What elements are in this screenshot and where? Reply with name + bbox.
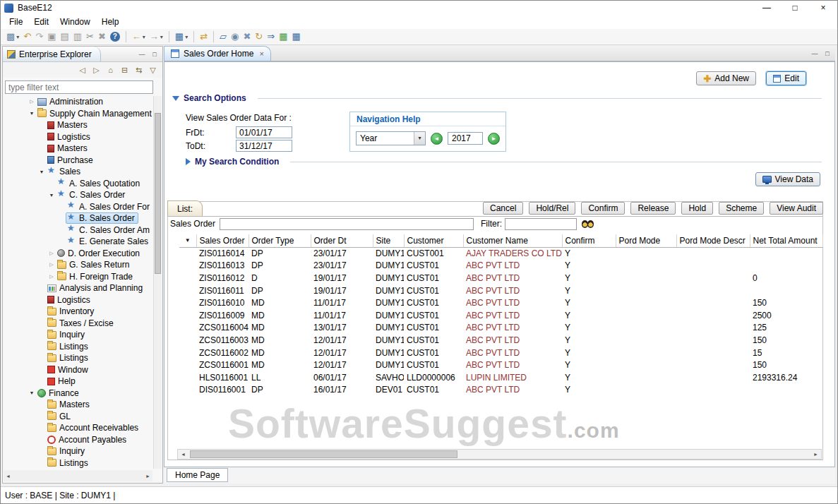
tree-item-sales[interactable]: ▼Sales — [4, 166, 152, 178]
copy-icon[interactable]: ▤ — [58, 30, 71, 44]
tree-item-account-payables[interactable]: Account Payables — [4, 434, 152, 446]
view-audit-button[interactable]: View Audit — [770, 202, 823, 215]
tree-item-c-sales-order-am[interactable]: C. Sales Order Am — [4, 224, 152, 236]
dropdown-caret-icon[interactable]: ▾ — [185, 34, 188, 40]
collapse-arrow-icon[interactable]: ▼ — [28, 111, 36, 116]
home-icon[interactable]: ⌂ — [105, 66, 116, 74]
lock-icon[interactable]: ◉ — [229, 30, 241, 44]
column-header-sales-order[interactable]: Sales Order — [196, 234, 249, 247]
from-date-input[interactable] — [236, 126, 292, 138]
column-header-site[interactable]: Site — [373, 234, 404, 247]
scroll-right-icon[interactable]: ► — [810, 452, 821, 457]
tree-item-finance[interactable]: ▼Finance — [4, 388, 152, 400]
view-maximize-icon[interactable]: □ — [150, 51, 160, 58]
row-selector-cell[interactable] — [179, 359, 196, 371]
close-button[interactable]: × — [809, 1, 837, 15]
view-minimize-icon[interactable]: — — [137, 51, 147, 58]
filter-input[interactable] — [505, 218, 577, 230]
menu-file[interactable]: File — [4, 16, 28, 28]
row-selector-cell[interactable] — [179, 309, 196, 322]
row-selector-cell[interactable] — [179, 347, 196, 359]
row-selector-cell[interactable] — [179, 322, 196, 335]
collapse-arrow-icon[interactable]: ▼ — [37, 169, 46, 174]
tree-item-purchase[interactable]: Purchase — [4, 155, 152, 167]
add-new-button[interactable]: ✚ Add New — [696, 71, 756, 85]
table-row[interactable]: ZIS0116010MD11/01/17DUMY1CUST01ABC PVT L… — [179, 296, 822, 309]
table-row[interactable]: ZCS0116003MD12/01/17DUMY1CUST01ABC PVT L… — [179, 334, 822, 347]
tab-list[interactable]: List: — [167, 200, 203, 216]
forward-history-icon[interactable]: ▷ — [91, 66, 102, 75]
tree-item-administration[interactable]: ▷Administration — [4, 96, 152, 108]
minimize-button[interactable]: — — [753, 1, 781, 15]
tab-enterprise-explorer[interactable]: Enterprise Explorer — [3, 47, 101, 61]
column-header-customer-name[interactable]: Customer Name — [463, 234, 562, 247]
column-header-order-dt[interactable]: Order Dt — [311, 234, 373, 247]
row-selector-cell[interactable] — [179, 371, 196, 384]
scrollbar-thumb[interactable] — [155, 113, 161, 274]
search-binoculars-icon[interactable] — [582, 220, 594, 228]
tree-horizontal-scrollbar[interactable]: ◄ ► — [4, 470, 152, 481]
tree-filter-input[interactable] — [5, 80, 153, 94]
switch-window-icon[interactable]: ⇄ — [198, 30, 210, 44]
tree-item-inventory[interactable]: Inventory — [4, 306, 152, 318]
column-header-order-type[interactable]: Order Type — [249, 234, 311, 247]
help-icon[interactable]: ? — [108, 30, 122, 44]
previous-year-button[interactable]: ◄ — [431, 133, 443, 145]
view-data-button[interactable]: View Data — [755, 172, 820, 186]
tree-item-gl[interactable]: GL — [4, 411, 152, 423]
link-with-editor-icon[interactable]: ⇆ — [133, 66, 144, 75]
cancel-button[interactable]: Cancel — [483, 202, 523, 215]
expand-arrow-icon[interactable]: ▷ — [47, 262, 56, 268]
tree-item-logistics[interactable]: Logistics — [4, 294, 152, 306]
tree-item-listings[interactable]: Listings — [4, 352, 152, 364]
expand-arrow-icon[interactable]: ▷ — [47, 274, 56, 280]
dropdown-caret-icon[interactable]: ▾ — [160, 34, 163, 40]
tree-item-inquiry[interactable]: Inquiry — [4, 445, 152, 457]
year-input[interactable] — [448, 132, 483, 145]
refresh-icon[interactable]: ↻ — [253, 30, 265, 44]
tree-item-listings[interactable]: Listings — [4, 341, 152, 353]
hold-rel-button[interactable]: Hold/Rel — [529, 202, 575, 215]
column-header-pord-mode[interactable]: Pord Mode — [616, 234, 676, 247]
column-header-pord-mode-descr[interactable]: Pord Mode Descr — [676, 234, 750, 247]
tab-close-icon[interactable]: × — [259, 49, 263, 58]
undo-icon[interactable]: ↶ — [21, 30, 33, 44]
scroll-right-icon[interactable]: ► — [145, 474, 150, 479]
tree-item-e-generate-sales[interactable]: E. Generate Sales — [4, 236, 152, 248]
collapse-arrow-icon[interactable] — [172, 96, 179, 101]
expand-arrow-icon[interactable] — [186, 158, 191, 165]
tree-item-d-order-execution[interactable]: ▷D. Order Execution — [4, 248, 152, 260]
tree-item-analysis-and-planning[interactable]: Analysis and Planning — [4, 282, 152, 294]
search-options-section[interactable]: Search Options — [172, 93, 822, 103]
scrollbar-track[interactable] — [188, 450, 810, 459]
tree-item-masters[interactable]: Masters — [4, 119, 152, 131]
open-item-icon[interactable]: ▱ — [217, 30, 229, 44]
back-nav-icon[interactable]: ←▾ — [130, 30, 148, 44]
tree-item-help[interactable]: Help — [4, 376, 152, 388]
tree-item-b-sales-order[interactable]: B. Sales Order — [4, 212, 152, 224]
table-row[interactable]: DIS0116001DP16/01/17DEV01CUST01ABC PVT L… — [179, 384, 822, 397]
table-row[interactable]: HLS0116001LL06/01/17SAVHOLLD0000006LUPIN… — [179, 371, 822, 384]
table-row[interactable]: ZIS0116014DP23/01/17DUMY1CUST001AJAY TRA… — [179, 247, 822, 260]
scroll-left-icon[interactable]: ◄ — [178, 452, 188, 457]
redo-icon[interactable]: ↷ — [33, 30, 45, 44]
table-horizontal-scrollbar[interactable]: ◄ ► — [177, 449, 822, 460]
tree-item-a-sales-order-for[interactable]: A. Sales Order For — [4, 201, 152, 213]
tree-item-listings[interactable]: Listings — [4, 457, 152, 469]
row-selector-cell[interactable] — [179, 272, 196, 284]
save-icon[interactable]: ▣ — [45, 30, 58, 44]
view-menu-icon[interactable]: ▽ — [148, 66, 158, 75]
row-selector-cell[interactable] — [179, 384, 196, 397]
tree-item-account-receivables[interactable]: Account Receivables — [4, 422, 152, 434]
expand-arrow-icon[interactable]: ▷ — [47, 251, 56, 256]
collapse-arrow-icon[interactable]: ▼ — [47, 193, 56, 198]
menu-window[interactable]: Window — [54, 16, 96, 28]
dropdown-caret-icon[interactable]: ▾ — [16, 34, 19, 40]
tree-item-window[interactable]: Window — [4, 364, 152, 376]
sort-arrow-icon[interactable]: ▼ — [179, 234, 196, 247]
back-history-icon[interactable]: ◁ — [77, 66, 88, 75]
edit-button[interactable]: Edit — [766, 71, 806, 85]
expand-arrow-icon[interactable]: ▷ — [28, 99, 36, 104]
column-header-customer[interactable]: Customer — [404, 234, 463, 247]
table-row[interactable]: ZCS0116001MD12/01/17DUMY1CUST01ABC PVT L… — [179, 359, 822, 371]
